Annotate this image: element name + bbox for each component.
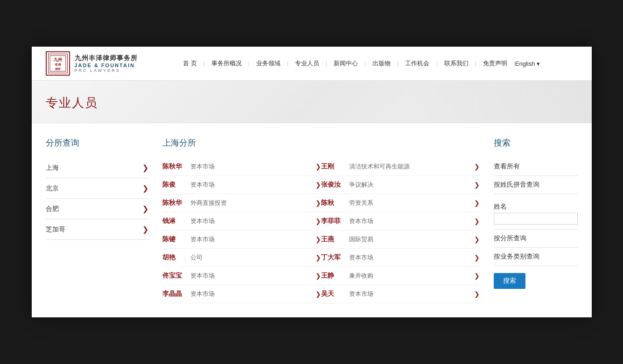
chevron-right-icon: ❯ (315, 254, 321, 261)
search-link-pinyin[interactable]: 按姓氏拼音查询 (494, 176, 578, 194)
sidebar-item-hefei[interactable]: 合肥 ❯ (46, 199, 148, 219)
list-item[interactable]: 陈秋 劳资关系 ❯ (321, 194, 480, 212)
main-nav: 首 页 | 事务所概况 | 业务领域 | 专业人员 | 新闻中心 | 出版物 |… (139, 59, 578, 68)
lawyer-name: 王刚 (321, 162, 344, 171)
lawyer-name: 陈秋华 (162, 162, 186, 171)
list-item[interactable]: 佟宝宝 资本市场 ❯ (162, 267, 321, 285)
chevron-right-icon: ❯ (474, 236, 480, 243)
search-link-branch[interactable]: 按分所查询 (494, 230, 578, 248)
list-item[interactable]: 张俊汝 争议解决 ❯ (321, 176, 480, 194)
nav-item-publications[interactable]: 出版物 (366, 59, 397, 68)
logo-seal: 九州 丰泽 律所 (46, 51, 70, 76)
branch-sidebar: 分所查询 上海 ❯ 北京 ❯ 合肥 ❯ 芝加哥 ❯ (46, 137, 148, 303)
lawyers-section: 上海分所 陈秋华 资本市场 ❯ 陈俊 资本市场 ❯ 陈秋华 (162, 137, 480, 303)
chevron-right-icon-shanghai: ❯ (142, 163, 148, 172)
search-name-row: 姓名 (494, 194, 578, 230)
list-item[interactable]: 李菲菲 资本市场 ❯ (321, 212, 480, 231)
nav-item-disclaimer[interactable]: 免责声明 (476, 59, 514, 68)
nav-item-home[interactable]: 首 页 (176, 59, 203, 68)
search-link-practice[interactable]: 按业务类别查询 (494, 248, 578, 266)
list-item[interactable]: 胡艳 公司 ❯ (162, 249, 321, 267)
list-item[interactable]: 李晶晶 资本市场 ❯ (162, 285, 321, 303)
lawyers-left-col: 陈秋华 资本市场 ❯ 陈俊 资本市场 ❯ 陈秋华 外商直接投资 ❯ (162, 158, 321, 303)
chevron-right-icon: ❯ (474, 163, 480, 170)
lawyer-specialty: 资本市场 (349, 253, 469, 262)
list-item[interactable]: 陈秋华 资本市场 ❯ (162, 158, 321, 176)
lawyer-name: 李菲菲 (321, 217, 344, 225)
list-item[interactable]: 钱淋 资本市场 ❯ (162, 212, 321, 231)
nav-item-contact[interactable]: 联系我们 (438, 59, 475, 68)
chevron-right-icon: ❯ (474, 254, 480, 261)
lawyer-specialty: 劳资关系 (349, 199, 469, 207)
browser-frame: 九州 丰泽 律所 九州丰泽律师事务所 JADE & FOUNTAIN PRC L… (32, 47, 592, 317)
list-item[interactable]: 陈俊 资本市场 ❯ (162, 176, 321, 194)
sidebar-item-chicago[interactable]: 芝加哥 ❯ (46, 219, 148, 240)
list-item[interactable]: 王静 兼并收购 ❯ (321, 267, 480, 285)
chevron-right-icon: ❯ (474, 290, 480, 298)
svg-text:九州: 九州 (53, 57, 62, 62)
chevron-right-icon-beijing: ❯ (142, 184, 148, 193)
nav-item-news[interactable]: 新闻中心 (327, 59, 364, 68)
chevron-right-icon: ❯ (474, 199, 480, 207)
sidebar-item-beijing[interactable]: 北京 ❯ (46, 178, 148, 199)
lawyers-grid: 陈秋华 资本市场 ❯ 陈俊 资本市场 ❯ 陈秋华 外商直接投资 ❯ (162, 158, 480, 303)
chevron-right-icon: ❯ (315, 181, 321, 189)
logo-en-text: JADE & FOUNTAIN (75, 63, 138, 68)
chevron-right-icon: ❯ (315, 199, 321, 207)
main-content: 分所查询 上海 ❯ 北京 ❯ 合肥 ❯ 芝加哥 ❯ 上海分所 (32, 123, 592, 317)
logo-area: 九州 丰泽 律所 九州丰泽律师事务所 JADE & FOUNTAIN PRC L… (46, 51, 139, 76)
lawyer-specialty: 清洁技术和可再生能源 (349, 162, 469, 171)
search-link-all[interactable]: 查看所有 (494, 158, 578, 176)
lawyer-name: 李晶晶 (162, 290, 186, 298)
lawyer-name: 钱淋 (162, 217, 186, 225)
branch-section-title: 分所查询 (46, 137, 148, 148)
chevron-right-icon: ❯ (474, 272, 480, 280)
list-item[interactable]: 陈键 资本市场 ❯ (162, 231, 321, 249)
sidebar-label-beijing: 北京 (46, 184, 59, 193)
svg-text:律所: 律所 (55, 67, 61, 70)
nav-item-about[interactable]: 事务所概况 (205, 59, 248, 68)
sidebar-label-chicago: 芝加哥 (46, 225, 65, 234)
search-name-input[interactable] (494, 213, 578, 224)
lawyer-specialty: 资本市场 (190, 181, 311, 189)
lawyer-name: 王静 (321, 272, 344, 280)
lawyer-specialty: 资本市场 (349, 217, 469, 225)
list-item[interactable]: 陈秋华 外商直接投资 ❯ (162, 194, 321, 212)
search-sidebar: 搜索 查看所有 按姓氏拼音查询 姓名 按分所查询 按业务类别查询 搜索 (494, 137, 578, 303)
lawyer-specialty: 资本市场 (349, 290, 469, 298)
chevron-right-icon: ❯ (474, 181, 480, 189)
chevron-right-icon: ❯ (315, 236, 321, 243)
chevron-right-icon: ❯ (315, 163, 321, 170)
chevron-right-icon-chicago: ❯ (142, 225, 148, 234)
nav-item-jobs[interactable]: 工作机会 (399, 59, 436, 68)
lawyers-right-col: 王刚 清洁技术和可再生能源 ❯ 张俊汝 争议解决 ❯ 陈秋 劳资关系 ❯ (321, 158, 480, 303)
chevron-right-icon: ❯ (315, 217, 321, 225)
lawyer-specialty: 兼并收购 (349, 272, 469, 280)
list-item[interactable]: 王刚 清洁技术和可再生能源 ❯ (321, 158, 480, 176)
lawyer-specialty: 资本市场 (190, 272, 311, 280)
lawyer-specialty: 国际贸易 (349, 235, 469, 244)
search-button[interactable]: 搜索 (494, 273, 525, 289)
list-item[interactable]: 吴天 资本市场 ❯ (321, 285, 480, 303)
nav-item-practice[interactable]: 业务领域 (250, 59, 287, 68)
lawyer-specialty: 公司 (190, 253, 311, 262)
list-item[interactable]: 丁大军 资本市场 ❯ (321, 249, 480, 267)
lawyer-name: 陈俊 (162, 181, 186, 189)
lawyer-name: 陈秋 (321, 199, 344, 207)
chevron-right-icon: ❯ (315, 272, 321, 280)
nav-item-english[interactable]: English ▾ (515, 60, 540, 67)
list-item[interactable]: 王燕 国际贸易 ❯ (321, 231, 480, 249)
hero-banner: 专业人员 (32, 81, 592, 123)
logo-cn-text: 九州丰泽律师事务所 (75, 54, 138, 63)
chevron-right-icon-hefei: ❯ (142, 204, 148, 213)
sidebar-item-shanghai[interactable]: 上海 ❯ (46, 158, 148, 178)
lawyer-name: 陈秋华 (162, 199, 186, 207)
lawyer-name: 张俊汝 (321, 181, 344, 189)
page-title: 专业人员 (46, 95, 578, 111)
lawyer-specialty: 外商直接投资 (190, 199, 311, 207)
sidebar-label-hefei: 合肥 (46, 205, 59, 213)
lawyer-name: 吴天 (321, 290, 344, 298)
nav-item-professionals[interactable]: 专业人员 (288, 59, 326, 68)
lawyer-name: 佟宝宝 (162, 272, 186, 280)
lawyer-specialty: 资本市场 (190, 235, 311, 244)
